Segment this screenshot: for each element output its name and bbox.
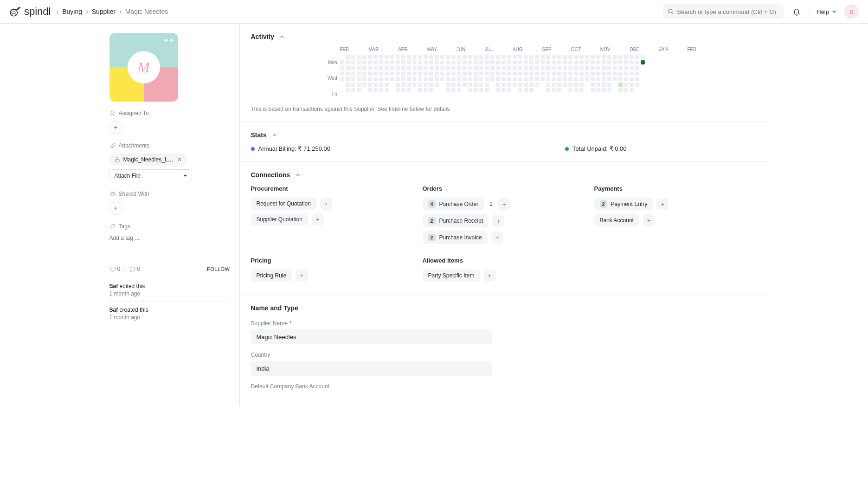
heatmap-cell[interactable] [346, 77, 350, 81]
heatmap-cell[interactable] [429, 71, 433, 76]
heatmap-cell[interactable] [357, 66, 361, 70]
heatmap-cell[interactable] [379, 77, 383, 81]
heatmap-cell[interactable] [479, 60, 483, 64]
heatmap-cell[interactable] [351, 55, 355, 59]
heatmap-cell[interactable] [490, 77, 495, 81]
heatmap-cell[interactable] [585, 77, 589, 81]
heatmap-cell[interactable] [529, 55, 534, 59]
heatmap-cell[interactable] [418, 83, 422, 87]
heatmap-cell[interactable] [390, 60, 394, 64]
heatmap-cell[interactable] [585, 71, 589, 76]
heatmap-cell[interactable] [552, 77, 556, 81]
heatmap-cell[interactable] [390, 77, 394, 81]
heatmap-cell[interactable] [607, 77, 611, 81]
add-connection-button[interactable]: + [498, 198, 510, 210]
heatmap-cell[interactable] [507, 88, 511, 92]
heatmap-cell[interactable] [474, 88, 478, 92]
heatmap-cell[interactable] [540, 77, 545, 81]
heatmap-cell[interactable] [552, 66, 556, 70]
heatmap-cell[interactable] [357, 77, 361, 81]
heatmap-cell[interactable] [412, 60, 417, 64]
heatmap-cell[interactable] [407, 55, 411, 59]
heatmap-cell[interactable] [524, 60, 528, 64]
heatmap-cell[interactable] [457, 88, 461, 92]
heatmap-cell[interactable] [401, 77, 405, 81]
heatmap-cell[interactable] [496, 77, 500, 81]
heatmap-cell[interactable] [574, 55, 578, 59]
heatmap-cell[interactable] [440, 71, 444, 76]
heatmap-cell[interactable] [424, 60, 428, 64]
heatmap-cell[interactable] [574, 60, 578, 64]
heatmap-cell[interactable] [351, 77, 355, 81]
heatmap-cell[interactable] [502, 60, 506, 64]
heatmap-cell[interactable] [574, 71, 578, 76]
heatmap-cell[interactable] [440, 60, 444, 64]
heatmap-cell[interactable] [468, 60, 472, 64]
heatmap-cell[interactable] [351, 88, 355, 92]
heatmap-cell[interactable] [602, 83, 606, 87]
heatmap-cell[interactable] [618, 55, 623, 59]
heatmap-cell[interactable] [451, 66, 456, 70]
heatmap-cell[interactable] [518, 83, 522, 87]
add-connection-button[interactable]: + [656, 198, 669, 210]
heatmap-cell[interactable] [446, 77, 450, 81]
heatmap-cell[interactable] [401, 60, 405, 64]
heatmap-cell[interactable] [568, 66, 572, 70]
heatmap-cell[interactable] [485, 88, 489, 92]
heatmap-cell[interactable] [385, 88, 389, 92]
heatmap-cell[interactable] [407, 77, 411, 81]
heatmap-cell[interactable] [535, 66, 539, 70]
heatmap-cell[interactable] [513, 60, 517, 64]
heatmap-cell[interactable] [474, 83, 478, 87]
heatmap-cell[interactable] [368, 55, 372, 59]
heatmap-cell[interactable] [485, 55, 489, 59]
heatmap-cell[interactable] [424, 88, 428, 92]
heatmap-cell[interactable] [529, 66, 534, 70]
heatmap-cell[interactable] [490, 60, 495, 64]
heatmap-cell[interactable] [496, 71, 500, 76]
heatmap-cell[interactable] [418, 77, 422, 81]
heatmap-cell[interactable] [396, 77, 400, 81]
heatmap-cell[interactable] [357, 83, 361, 87]
heatmap-cell[interactable] [535, 83, 539, 87]
heatmap-cell[interactable] [535, 77, 539, 81]
connection-link[interactable]: Party Specific Item [423, 270, 480, 282]
add-connection-button[interactable]: + [320, 198, 332, 210]
heatmap-cell[interactable] [390, 71, 394, 76]
heatmap-cell[interactable] [579, 55, 584, 59]
heatmap-cell[interactable] [596, 66, 600, 70]
heatmap-cell[interactable] [385, 66, 389, 70]
heatmap-cell[interactable] [435, 83, 439, 87]
heatmap-cell[interactable] [412, 55, 417, 59]
heatmap-cell[interactable] [346, 83, 350, 87]
heatmap-cell[interactable] [401, 83, 405, 87]
heatmap-cell[interactable] [607, 71, 611, 76]
connection-link[interactable]: Bank Account [594, 214, 639, 226]
heatmap-cell[interactable] [529, 83, 534, 87]
heatmap-cell[interactable] [602, 55, 606, 59]
heatmap-cell[interactable] [524, 88, 528, 92]
heatmap-cell[interactable] [396, 88, 400, 92]
heatmap-cell[interactable] [618, 71, 623, 76]
heatmap-cell[interactable] [513, 71, 517, 76]
heatmap-cell[interactable] [618, 83, 623, 87]
heatmap-cell[interactable] [518, 71, 522, 76]
heatmap-cell[interactable] [574, 66, 578, 70]
heatmap-cell[interactable] [479, 83, 483, 87]
heatmap-cell[interactable] [596, 55, 600, 59]
heatmap-cell[interactable] [624, 83, 628, 87]
heatmap-cell[interactable] [552, 88, 556, 92]
heatmap-cell[interactable] [463, 77, 467, 81]
heatmap-cell[interactable] [396, 55, 400, 59]
heatmap-cell[interactable] [602, 88, 606, 92]
heatmap-cell[interactable] [624, 55, 628, 59]
heatmap-cell[interactable] [613, 55, 617, 59]
connection-link[interactable]: Supplier Quotation [251, 213, 308, 225]
notifications-button[interactable] [790, 5, 803, 18]
heatmap-cell[interactable] [362, 66, 366, 70]
heatmap-cell[interactable] [446, 71, 450, 76]
heatmap-cell[interactable] [602, 71, 606, 76]
heatmap-cell[interactable] [385, 60, 389, 64]
heatmap-cell[interactable] [524, 71, 528, 76]
heatmap-cell[interactable] [340, 60, 344, 64]
